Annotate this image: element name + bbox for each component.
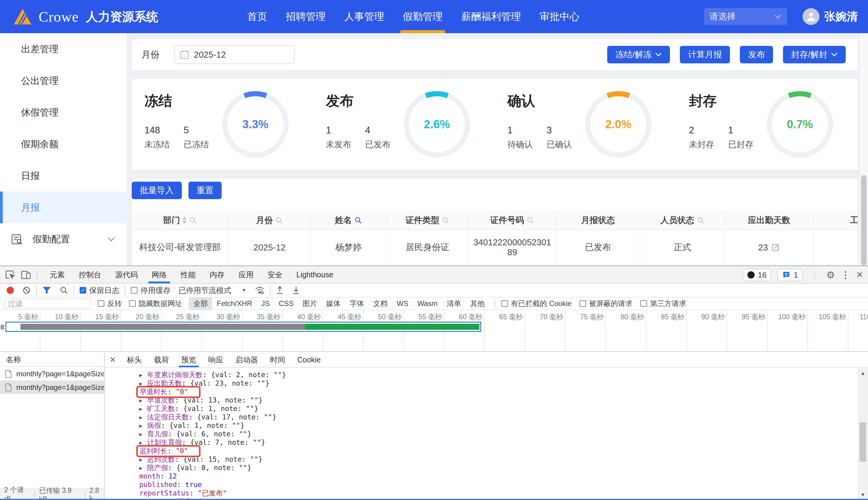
search-icon[interactable] — [189, 216, 197, 224]
request-type-filter[interactable]: WS — [392, 298, 413, 309]
extra-filter[interactable]: 被屏蔽的请求 — [579, 299, 633, 308]
scrollbar-thumb[interactable] — [861, 175, 867, 265]
request-type-filter[interactable]: 其他 — [466, 297, 489, 310]
devtools-tab[interactable]: 网络 — [145, 266, 174, 283]
band-drag-handle[interactable] — [1, 325, 4, 330]
scrollbar-thumb[interactable] — [859, 422, 866, 462]
search-icon[interactable] — [697, 216, 705, 224]
json-line[interactable]: ▶年度累计病假天数: {val: 2, note: ""} — [139, 371, 858, 379]
col-work[interactable]: 工作 — [813, 211, 858, 230]
json-line[interactable]: month: 12 — [139, 472, 858, 480]
disable-cache-label[interactable]: 停用缓存 — [141, 285, 171, 295]
network-overview-timeline[interactable]: 5 毫秒10 毫秒15 毫秒20 毫秒25 毫秒30 毫秒35 毫秒40 毫秒4… — [0, 310, 868, 352]
request-type-filter[interactable]: JS — [257, 298, 274, 309]
inspect-element-icon[interactable] — [5, 269, 16, 280]
json-line[interactable]: ▶应出勤天数: {val: 23, note: ""} — [139, 379, 858, 387]
close-detail-icon[interactable]: ✕ — [109, 355, 116, 364]
col-id-type[interactable]: 证件类型 — [387, 211, 469, 230]
devtools-tab[interactable]: 内存 — [203, 266, 232, 283]
nav-item[interactable]: 首页 — [247, 0, 267, 33]
request-type-filter[interactable]: Fetch/XHR — [212, 298, 257, 309]
hide-data-urls-checkbox[interactable] — [129, 300, 136, 307]
page-scrollbar[interactable] — [859, 33, 868, 265]
json-line[interactable]: ▶计划生育假: {val: 7, note: ""} — [139, 438, 858, 446]
archive-unarchive-button[interactable]: 封存/解封 — [783, 46, 846, 64]
json-line[interactable]: 早退时长: "0" — [139, 387, 858, 396]
table-row[interactable]: 科技公司-研发管理部 2025-12 杨梦婷 居民身份证 34012220000… — [132, 230, 858, 265]
export-har-icon[interactable] — [292, 286, 300, 295]
avatar[interactable] — [802, 8, 820, 25]
preview-scrollbar[interactable]: ▲ ▼ — [858, 368, 868, 500]
devtools-tab[interactable]: 安全 — [260, 266, 290, 283]
col-name[interactable]: 姓名 — [310, 211, 387, 230]
col-id-no[interactable]: 证件号码 — [469, 211, 556, 230]
username[interactable]: 张婉清 — [824, 0, 858, 33]
expand-arrow-icon[interactable]: ▶ — [139, 422, 147, 430]
expand-arrow-icon[interactable]: ▶ — [139, 430, 147, 439]
nav-item[interactable]: 审批中心 — [540, 0, 579, 33]
json-line[interactable]: 迟到时长: "0" — [139, 446, 858, 455]
issues-badge[interactable]: 1 — [777, 269, 802, 281]
request-row[interactable]: monthly?page=1&pageSize... — [0, 367, 104, 380]
edit-icon[interactable] — [772, 243, 780, 252]
request-type-filter[interactable]: 字体 — [345, 297, 369, 310]
preserve-log-checkbox[interactable]: ✓ — [80, 287, 86, 294]
invert-checkbox[interactable] — [98, 300, 104, 307]
detail-tab[interactable]: 时间 — [264, 352, 291, 367]
filter-input[interactable] — [4, 299, 91, 308]
json-line[interactable]: ▶陪产假: {val: 8, note: ""} — [139, 464, 858, 472]
sidebar-item[interactable]: 假期余额 — [0, 128, 127, 160]
reset-button[interactable]: 重置 — [188, 182, 222, 199]
json-line[interactable]: ▶迟到次数: {val: 15, note: ""} — [139, 455, 858, 464]
hide-data-urls-label[interactable]: 隐藏数据网址 — [139, 299, 182, 308]
expand-arrow-icon[interactable]: ▶ — [139, 371, 147, 379]
record-icon[interactable] — [7, 287, 14, 294]
close-icon[interactable]: ✕ — [856, 271, 863, 279]
invert-label[interactable]: 反转 — [107, 299, 122, 308]
search-icon[interactable] — [442, 216, 449, 224]
disable-cache-checkbox[interactable] — [131, 287, 138, 294]
search-icon[interactable] — [526, 216, 534, 224]
col-dept[interactable]: 部门 — [132, 211, 228, 230]
nav-item[interactable]: 招聘管理 — [286, 0, 326, 33]
detail-tab[interactable]: 响应 — [202, 352, 230, 367]
preserve-log-label[interactable]: 保留日志 — [89, 285, 119, 295]
request-type-filter[interactable]: 文档 — [369, 297, 392, 310]
sidebar-item[interactable]: 休假管理 — [0, 96, 127, 128]
json-line[interactable]: ▶育儿假: {val: 6, note: ""} — [139, 430, 858, 438]
col-attend-days[interactable]: 应出勤天数 — [725, 211, 813, 230]
detail-tab[interactable]: 预览 — [175, 352, 202, 367]
scroll-down-icon[interactable]: ▼ — [858, 492, 868, 498]
request-type-filter[interactable]: Wasm — [413, 298, 442, 309]
error-count-badge[interactable]: 16 — [742, 269, 771, 281]
calc-monthly-button[interactable]: 计算月报 — [680, 46, 730, 64]
batch-import-button[interactable]: 批量导入 — [132, 182, 182, 199]
col-month[interactable]: 月份 — [228, 211, 310, 230]
json-line[interactable]: ▶法定假日天数: {val: 17, note: ""} — [139, 413, 858, 421]
extra-filter[interactable]: 有已拦截的 Cookie — [501, 299, 572, 308]
expand-arrow-icon[interactable]: ▶ — [139, 405, 147, 413]
request-row[interactable]: monthly?page=1&pageSize... — [0, 380, 104, 394]
request-type-filter[interactable]: 清单 — [442, 297, 466, 310]
nav-item[interactable]: 假勤管理 — [403, 0, 443, 33]
extra-filter[interactable]: 第三方请求 — [641, 299, 686, 308]
import-har-icon[interactable] — [276, 286, 284, 295]
devtools-tab[interactable]: Lighthouse — [290, 266, 340, 283]
json-line[interactable]: reportStatus: "已发布" — [139, 489, 858, 497]
publish-button[interactable]: 发布 — [740, 46, 773, 64]
network-conditions-icon[interactable] — [255, 286, 265, 295]
col-report-status[interactable]: 月报状态 — [556, 211, 640, 230]
sidebar-item[interactable]: 月报 — [0, 192, 127, 223]
gear-icon[interactable]: ⚙ — [826, 270, 835, 280]
devtools-tab[interactable]: 控制台 — [72, 266, 108, 283]
sidebar-item[interactable]: 出差管理 — [0, 33, 127, 65]
filter-funnel-icon[interactable] — [42, 286, 51, 295]
search-icon[interactable] — [275, 216, 283, 224]
navbar-select[interactable]: 请选择 — [704, 8, 787, 25]
throttle-select[interactable]: 已停用节流模式 — [178, 285, 231, 295]
request-type-filter[interactable]: 媒体 — [322, 297, 345, 310]
sort-icon[interactable] — [183, 217, 187, 224]
sidebar-item-attendance-config[interactable]: 假勤配置 — [0, 223, 127, 255]
scroll-up-icon[interactable]: ▲ — [858, 371, 868, 376]
request-type-filter[interactable]: 全部 — [189, 297, 212, 310]
